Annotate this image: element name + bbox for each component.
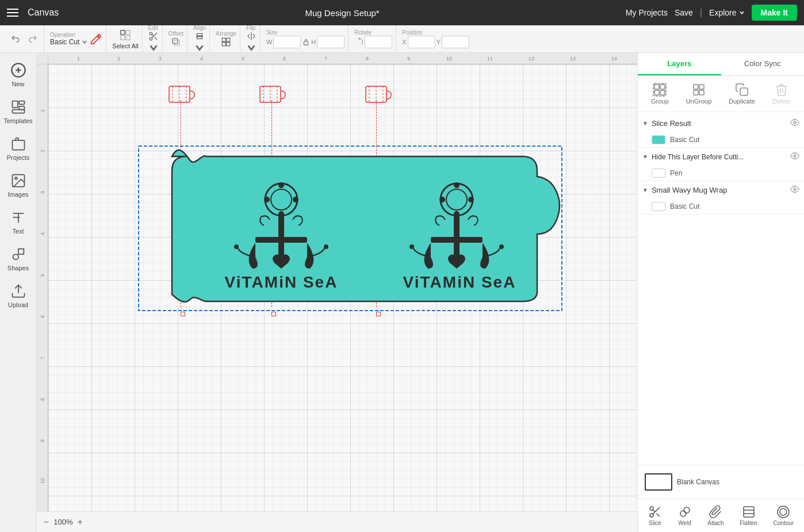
svg-point-5 <box>150 37 152 40</box>
svg-text:6: 6 <box>40 315 45 318</box>
layer-item-pen[interactable]: Pen <box>638 166 804 181</box>
topbar-divider: | <box>700 7 702 18</box>
red-mark-2 <box>271 312 276 316</box>
blank-canvas-item[interactable]: Blank Canvas <box>642 470 799 494</box>
layer-item-basic-cut-1[interactable]: Basic Cut <box>638 132 804 147</box>
svg-rect-110 <box>744 507 754 517</box>
attach-tool[interactable]: Attach <box>705 503 726 529</box>
svg-point-85 <box>468 197 474 202</box>
y-input[interactable] <box>442 36 469 48</box>
svg-rect-16 <box>222 43 225 46</box>
svg-point-80 <box>234 244 239 249</box>
duplicate-button[interactable]: Duplicate <box>724 81 760 107</box>
hamburger-menu[interactable] <box>7 9 18 17</box>
rotate-input[interactable] <box>365 36 392 48</box>
save-button[interactable]: Save <box>675 8 693 17</box>
svg-text:7: 7 <box>40 357 45 359</box>
zoom-out-button[interactable]: − <box>44 517 49 527</box>
arrange-label: Arrange <box>216 30 236 37</box>
svg-rect-97 <box>653 83 666 96</box>
tab-layers[interactable]: Layers <box>638 53 721 75</box>
red-mark-1 <box>181 312 185 316</box>
visibility-slice-result[interactable] <box>790 118 799 129</box>
visibility-mug-wrap[interactable] <box>790 185 799 196</box>
align-group: Align <box>190 25 210 52</box>
size-label: Size <box>266 29 344 36</box>
attach-icon <box>709 505 722 519</box>
operation-value: Basic Cut <box>50 38 87 46</box>
layer-group-header-mug-wrap[interactable]: ▼ Small Wavy Mug Wrap <box>638 181 804 199</box>
x-input[interactable] <box>408 36 435 48</box>
height-input[interactable] <box>317 36 344 48</box>
svg-rect-14 <box>222 38 225 41</box>
edit-group: Edit <box>145 25 163 52</box>
weld-tool[interactable]: Weld <box>676 503 694 529</box>
my-projects-link[interactable]: My Projects <box>626 8 668 17</box>
arrange-button[interactable] <box>216 37 236 47</box>
flip-button[interactable] <box>246 31 256 53</box>
lock-icon[interactable] <box>302 38 310 46</box>
align-dropdown-icon <box>194 43 205 53</box>
svg-rect-24 <box>19 101 24 105</box>
delete-button[interactable]: Delete <box>768 81 795 107</box>
color-swatch-teal <box>652 135 665 144</box>
visibility-hide-layer[interactable] <box>790 151 799 162</box>
layers-list: ▼ Slice Result Basic Cut ▼ Hide This Lay… <box>638 112 804 465</box>
svg-rect-10 <box>174 40 179 45</box>
canvas-area[interactable]: 1 2 3 4 5 6 7 8 9 10 11 12 13 14 1 2 3 <box>37 53 637 532</box>
tab-color-sync[interactable]: Color Sync <box>721 53 805 75</box>
svg-point-108 <box>680 511 686 516</box>
select-all-group: Select All <box>109 25 142 52</box>
ruler-v-svg: 1 2 3 4 5 6 7 8 9 10 11 <box>37 64 48 511</box>
undo-button[interactable] <box>8 32 23 47</box>
select-all-icon <box>119 29 132 41</box>
select-all-button[interactable]: Select All <box>112 29 138 49</box>
svg-text:9: 9 <box>40 439 45 442</box>
layer-item-basic-cut-2[interactable]: Basic Cut <box>638 199 804 214</box>
layer-group-header-hide-layer[interactable]: ▼ Hide This Layer Before Cutti... <box>638 148 804 166</box>
sidebar-item-upload[interactable]: Upload <box>2 278 35 313</box>
svg-point-30 <box>13 254 18 259</box>
slice-tool[interactable]: Slice <box>646 503 664 529</box>
images-icon <box>10 173 26 189</box>
blank-canvas-section: Blank Canvas <box>638 465 804 499</box>
left-sidebar: New Templates Projects Images Text Shape… <box>0 53 37 532</box>
edit-scissors-button[interactable] <box>148 31 159 53</box>
svg-line-7 <box>154 37 156 40</box>
mug-wrap-design[interactable]: ViTAMiN SeA ViTAMiN SeA <box>137 145 563 312</box>
sidebar-item-shapes[interactable]: Shapes <box>2 242 35 276</box>
flatten-tool[interactable]: Flatten <box>737 503 760 529</box>
svg-rect-102 <box>740 88 748 95</box>
align-button[interactable] <box>193 31 206 53</box>
layer-group-header-slice-result[interactable]: ▼ Slice Result <box>638 114 804 132</box>
svg-text:11: 11 <box>487 56 493 62</box>
sidebar-item-images[interactable]: Images <box>2 168 35 202</box>
svg-rect-98 <box>694 85 698 89</box>
svg-text:4: 4 <box>40 232 45 235</box>
layer-group-slice-result: ▼ Slice Result Basic Cut <box>638 114 804 148</box>
redo-button[interactable] <box>25 32 40 47</box>
sidebar-item-new[interactable]: New <box>2 58 35 92</box>
edit-pencil-icon[interactable] <box>90 33 102 45</box>
sidebar-item-templates[interactable]: Templates <box>2 94 35 129</box>
make-it-button[interactable]: Make It <box>752 5 797 21</box>
canvas-grid[interactable]: ViTAMiN SeA ViTAMiN SeA <box>48 64 637 511</box>
width-input[interactable] <box>273 36 301 48</box>
flatten-icon <box>742 505 756 519</box>
svg-text:6: 6 <box>283 56 286 62</box>
explore-button[interactable]: Explore <box>709 8 744 17</box>
zoom-in-button[interactable]: + <box>78 517 83 527</box>
eye-icon-2 <box>790 151 799 160</box>
flip-group: Flip <box>243 25 261 52</box>
blank-canvas-thumb <box>645 473 672 491</box>
sidebar-item-projects[interactable]: Projects <box>2 131 35 166</box>
offset-button[interactable] <box>169 37 184 47</box>
flip-icon <box>246 31 256 41</box>
undo-redo-group <box>5 25 44 52</box>
ruler-h-svg: 1 2 3 4 5 6 7 8 9 10 11 12 13 14 <box>48 53 637 64</box>
contour-tool[interactable]: Contour <box>771 503 797 529</box>
svg-point-105 <box>794 188 796 190</box>
sidebar-item-text[interactable]: Text <box>2 205 35 239</box>
group-button[interactable]: Group <box>646 81 673 107</box>
ungroup-button[interactable]: UnGroup <box>682 81 717 107</box>
